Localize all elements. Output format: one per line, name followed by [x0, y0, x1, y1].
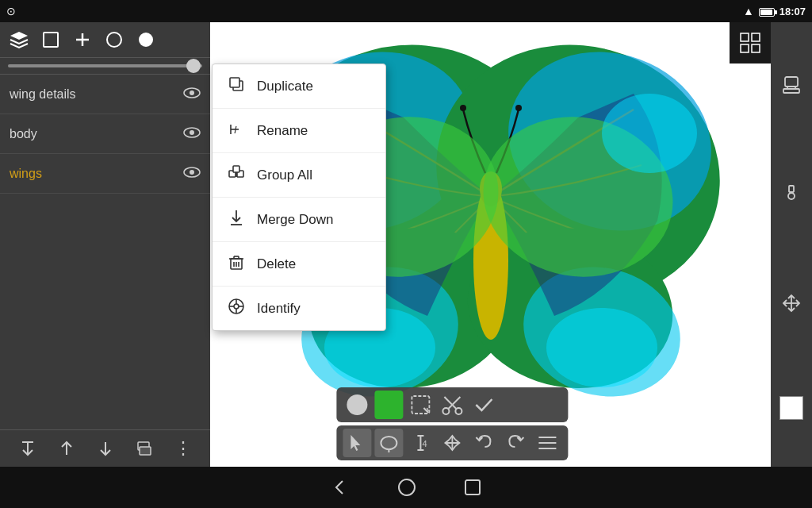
svg-rect-38 — [741, 44, 749, 52]
merge-layer-icon[interactable] — [132, 437, 156, 460]
svg-text:4: 4 — [422, 439, 427, 448]
android-icon: ⊙ — [6, 5, 16, 17]
menu-list-icon[interactable] — [533, 429, 561, 457]
color-swatch[interactable] — [779, 396, 803, 420]
svg-rect-45 — [789, 186, 794, 192]
slider-row[interactable] — [0, 58, 210, 75]
move-down-icon[interactable] — [16, 437, 40, 460]
svg-rect-41 — [783, 89, 799, 93]
identify-icon — [227, 298, 246, 319]
layer-item-wing-details[interactable]: wing details — [0, 75, 210, 114]
time-display: 18:07 — [779, 6, 806, 17]
delete-icon — [227, 253, 246, 275]
menu-item-duplicate[interactable]: Duplicate — [213, 64, 385, 109]
layer-name-body: body — [10, 127, 37, 141]
context-menu: Duplicate I Rename Group All — [212, 64, 386, 331]
svg-point-74 — [347, 394, 367, 415]
circle-outline-icon[interactable] — [103, 29, 125, 51]
wifi-icon: ▲ — [743, 5, 754, 17]
left-bottom-toolbar: ⋮ — [0, 429, 210, 467]
status-right: ▲ 18:07 — [743, 5, 806, 17]
svg-point-44 — [788, 193, 795, 199]
svg-rect-0 — [44, 33, 58, 47]
move-up-icon[interactable] — [55, 437, 79, 460]
selection-x-icon[interactable] — [406, 391, 435, 419]
layer-item-body[interactable]: body — [0, 114, 210, 154]
stamp-icon[interactable] — [776, 69, 807, 101]
layers-icon[interactable] — [8, 29, 30, 51]
visibility-icon-wings[interactable] — [183, 165, 201, 182]
arrows-icon[interactable] — [438, 429, 466, 457]
menu-item-rename[interactable]: I Rename — [213, 109, 385, 153]
move-arrows-icon[interactable] — [776, 287, 807, 319]
menu-item-group-all[interactable]: Group All — [213, 153, 385, 198]
svg-point-81 — [455, 408, 462, 414]
move-layer-down-icon[interactable] — [94, 437, 117, 460]
visibility-icon-body[interactable] — [183, 125, 201, 142]
svg-point-6 — [190, 90, 194, 95]
more-options-icon[interactable]: ⋮ — [171, 437, 195, 460]
group-all-label: Group All — [257, 167, 312, 183]
menu-item-merge-down[interactable]: Merge Down — [213, 198, 385, 242]
rename-icon: I — [227, 120, 246, 141]
svg-rect-50 — [230, 78, 239, 87]
merge-down-icon — [227, 209, 246, 230]
svg-rect-39 — [752, 44, 760, 52]
right-panel — [771, 22, 812, 467]
svg-rect-56 — [233, 166, 239, 172]
battery-icon — [759, 6, 775, 17]
svg-point-10 — [190, 170, 194, 175]
cursor-icon[interactable] — [343, 429, 371, 457]
recent-button[interactable] — [464, 479, 481, 496]
svg-point-29 — [515, 105, 522, 111]
home-button[interactable] — [397, 478, 416, 497]
menu-item-delete[interactable]: Delete — [213, 242, 385, 287]
svg-point-3 — [107, 33, 121, 47]
circle-filled-icon[interactable] — [135, 29, 157, 51]
add-icon[interactable] — [71, 29, 94, 51]
back-button[interactable] — [331, 478, 350, 497]
visibility-icon-wing-details[interactable] — [183, 86, 201, 102]
svg-point-35 — [546, 308, 657, 387]
redo-icon[interactable] — [501, 429, 530, 457]
delete-label: Delete — [257, 256, 296, 272]
duplicate-label: Duplicate — [257, 79, 313, 94]
lasso-icon[interactable] — [374, 429, 403, 457]
layer-name-wings: wings — [10, 167, 42, 181]
menu-item-identify[interactable]: Identify — [213, 287, 385, 330]
green-fill-swatch — [374, 391, 403, 419]
status-left: ⊙ — [6, 5, 16, 17]
left-panel: wing details body wings — [0, 22, 210, 467]
undo-icon[interactable] — [469, 429, 498, 457]
svg-point-82 — [381, 437, 396, 449]
opacity-slider[interactable] — [8, 64, 202, 67]
identify-label: Identify — [257, 301, 301, 317]
svg-rect-37 — [752, 33, 760, 41]
layer-name-wing-details: wing details — [10, 87, 76, 102]
svg-point-8 — [190, 130, 194, 135]
merge-down-label: Merge Down — [257, 212, 333, 228]
duplicate-icon — [227, 75, 246, 97]
settings-gear-icon[interactable] — [776, 178, 807, 210]
layer-item-wings[interactable]: wings — [0, 154, 210, 194]
slider-thumb[interactable] — [186, 59, 201, 73]
svg-point-80 — [442, 408, 449, 414]
svg-point-94 — [399, 479, 415, 495]
toolbar-row-bottom: 4 — [336, 425, 568, 460]
checkmark-icon[interactable] — [469, 391, 498, 419]
svg-rect-16 — [140, 447, 151, 455]
svg-text:I: I — [234, 124, 237, 136]
grid-icon[interactable] — [730, 22, 771, 64]
brush-circle-icon[interactable] — [343, 391, 371, 419]
toolbar-row-top — [336, 387, 568, 422]
scissors-icon[interactable] — [438, 391, 466, 419]
svg-rect-36 — [741, 33, 749, 41]
svg-point-4 — [139, 33, 153, 47]
svg-point-28 — [460, 105, 466, 111]
floating-toolbar: 4 — [336, 387, 568, 460]
fill-color-icon[interactable] — [374, 391, 403, 419]
group-all-icon — [227, 164, 246, 186]
square-outline-icon[interactable] — [40, 29, 62, 51]
text-cursor-icon[interactable]: 4 — [406, 429, 435, 457]
status-bar: ⊙ ▲ 18:07 — [0, 0, 812, 22]
